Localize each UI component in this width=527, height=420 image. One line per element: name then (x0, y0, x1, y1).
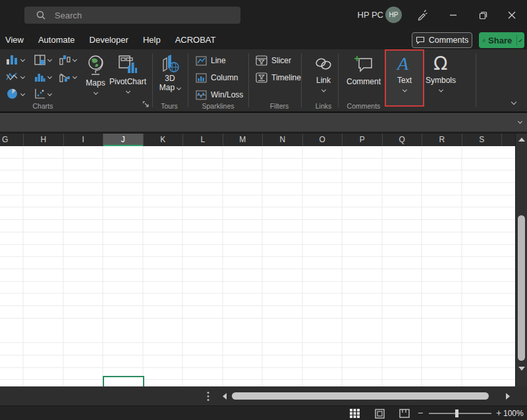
line-chart-chevron-icon[interactable] (20, 74, 25, 79)
histogram-chart-button[interactable] (33, 70, 46, 83)
pivotchart-button[interactable]: PivotChart (107, 55, 148, 93)
share-chevron-down-icon[interactable] (518, 38, 522, 41)
sparkline-column-icon (196, 73, 207, 83)
close-button[interactable] (505, 8, 519, 22)
column-header-n[interactable]: N (263, 134, 303, 146)
vertical-scrollbar[interactable] (515, 134, 527, 386)
sparkline-column-button[interactable]: Column (196, 71, 238, 84)
column-chart-button[interactable] (5, 53, 18, 66)
zoom-in-button[interactable]: + (493, 406, 504, 420)
collapse-ribbon-chevron-icon[interactable] (507, 97, 520, 107)
share-button-label: Share (488, 36, 512, 45)
3d-map-icon (160, 53, 180, 73)
pie-chart-button[interactable] (5, 88, 18, 100)
minimize-button[interactable] (446, 8, 460, 22)
column-header-partial[interactable] (502, 134, 515, 146)
horizontal-scrollbar-row (0, 386, 527, 406)
scrollbar-resize-handle[interactable] (206, 391, 210, 402)
share-button[interactable]: Share (479, 32, 524, 48)
scroll-down-arrow-icon[interactable] (518, 365, 526, 372)
scroll-left-arrow-icon[interactable] (221, 392, 228, 400)
titlebar: Search HP PC HP (0, 0, 527, 30)
timeline-button[interactable]: Timeline (256, 71, 301, 84)
page-break-preview-button[interactable] (397, 407, 412, 419)
charts-dialog-launcher-icon[interactable] (142, 101, 150, 108)
group-divider (152, 53, 153, 107)
user-name[interactable]: HP PC (358, 10, 384, 20)
search-placeholder: Search (55, 11, 82, 20)
waterfall-chart-button[interactable] (58, 53, 71, 66)
column-header-m[interactable]: M (223, 134, 264, 146)
column-header-k[interactable]: K (144, 134, 184, 146)
tab-developer[interactable]: Developer (90, 35, 128, 45)
scroll-right-arrow-icon[interactable] (505, 392, 511, 400)
spreadsheet-grid[interactable] (0, 146, 515, 386)
search-input[interactable]: Search (24, 7, 240, 24)
histogram-chart-chevron-icon[interactable] (47, 74, 52, 79)
search-icon (36, 11, 45, 20)
pivotchart-chevron-icon (125, 89, 130, 93)
zoom-slider-thumb[interactable] (455, 409, 458, 417)
group-divider (188, 53, 188, 107)
symbols-button[interactable]: Ω Symbols (424, 52, 457, 92)
scatter-chart-button[interactable] (33, 88, 46, 100)
text-chevron-icon (402, 88, 406, 92)
selected-cell (103, 376, 144, 387)
3d-map-button[interactable]: 3D Map (157, 53, 183, 92)
page-layout-view-button[interactable] (372, 407, 387, 419)
column-header-l[interactable]: L (183, 134, 223, 146)
line-chart-button[interactable] (5, 70, 18, 83)
sparkline-line-label: Line (211, 56, 226, 65)
group-divider (301, 53, 302, 107)
tab-view[interactable]: View (5, 35, 24, 45)
combo-chart-chevron-icon[interactable] (72, 74, 77, 79)
column-header-q[interactable]: Q (383, 134, 423, 146)
comments-button[interactable]: Comments (412, 32, 472, 48)
tab-help[interactable]: Help (143, 35, 161, 45)
zoom-out-button[interactable]: − (415, 406, 426, 420)
tab-automate[interactable]: Automate (38, 35, 75, 45)
column-header-i[interactable]: I (64, 134, 104, 146)
pie-chart-chevron-icon[interactable] (20, 92, 25, 96)
formula-bar-expand-chevron-icon[interactable] (518, 119, 522, 124)
waterfall-chart-chevron-icon[interactable] (72, 57, 77, 62)
zoom-slider-track[interactable] (429, 413, 491, 414)
restore-button[interactable] (476, 8, 490, 22)
text-button[interactable]: A Text (392, 53, 417, 92)
formula-bar[interactable] (0, 113, 527, 132)
links-group-label: Links (307, 102, 340, 110)
column-header-g[interactable]: G (0, 134, 24, 146)
sparkline-winloss-icon (196, 90, 207, 100)
comment-button[interactable]: Comment (345, 55, 382, 86)
column-header-p[interactable]: P (343, 134, 383, 146)
group-divider (248, 53, 249, 107)
charts-group-label: Charts (20, 102, 66, 110)
timeline-icon (256, 72, 267, 83)
avatar[interactable]: HP (385, 7, 402, 23)
sparkline-line-icon (196, 56, 207, 66)
pen-editing-icon[interactable] (415, 8, 430, 22)
scatter-chart-chevron-icon[interactable] (47, 92, 52, 96)
column-chart-chevron-icon[interactable] (20, 57, 25, 62)
column-header-r[interactable]: R (422, 134, 462, 146)
column-header-j-selected[interactable]: J (103, 134, 144, 146)
normal-view-button[interactable] (347, 407, 362, 419)
symbols-label: Symbols (426, 76, 456, 85)
slicer-button[interactable]: Slicer (256, 54, 291, 67)
link-button[interactable]: Link (310, 55, 337, 92)
sparkline-winloss-button[interactable]: Win/Loss (196, 88, 243, 101)
vertical-scrollbar-thumb[interactable] (518, 215, 525, 361)
treemap-chart-button[interactable] (33, 53, 46, 66)
combo-chart-button[interactable] (58, 70, 71, 83)
sparkline-line-button[interactable]: Line (196, 54, 226, 67)
column-header-h[interactable]: H (24, 134, 64, 146)
maps-button[interactable]: Maps (83, 55, 108, 94)
scroll-up-arrow-icon[interactable] (518, 136, 526, 143)
sparklines-group-label: Sparklines (195, 102, 241, 110)
column-header-o[interactable]: O (303, 134, 343, 146)
treemap-chart-chevron-icon[interactable] (47, 57, 52, 62)
horizontal-scrollbar-thumb[interactable] (232, 392, 489, 400)
column-header-s[interactable]: S (462, 134, 503, 146)
tab-acrobat[interactable]: ACROBAT (175, 35, 216, 45)
zoom-level[interactable]: 100% (503, 409, 524, 418)
